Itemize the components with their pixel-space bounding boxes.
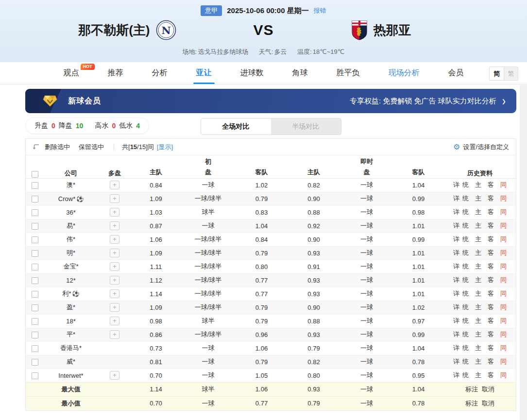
history-home-link[interactable]: 主 xyxy=(475,181,481,188)
fulltime-compare-tab[interactable]: 全场对比 xyxy=(201,118,271,134)
report-error-link[interactable]: 报错 xyxy=(314,6,326,15)
history-detail-link[interactable]: 详 xyxy=(453,303,459,311)
history-stats-link[interactable]: 统 xyxy=(462,276,469,284)
tab-analysis[interactable]: 分析 xyxy=(152,62,168,84)
row-checkbox[interactable] xyxy=(32,277,38,284)
history-away-link[interactable]: 客 xyxy=(488,344,494,352)
halftime-compare-tab[interactable]: 半场对比 xyxy=(271,118,341,134)
delete-selected-button[interactable]: 删除选中 xyxy=(45,143,70,151)
history-stats-link[interactable]: 统 xyxy=(462,371,469,379)
history-home-link[interactable]: 主 xyxy=(475,358,481,365)
row-checkbox[interactable] xyxy=(32,236,38,243)
settings-button[interactable]: ⚙ 设置/选择自定义 xyxy=(453,143,509,151)
tab-asian-handicap[interactable]: 亚让 xyxy=(196,62,212,84)
history-home-link[interactable]: 主 xyxy=(475,235,481,243)
expand-multi-odds-button[interactable]: + xyxy=(110,317,119,325)
lang-traditional-button[interactable]: 繁 xyxy=(504,67,518,80)
cancel-link[interactable]: 取消 xyxy=(482,400,494,407)
history-same-link[interactable]: 同 xyxy=(500,331,507,338)
expand-multi-odds-button[interactable]: + xyxy=(110,194,119,203)
history-home-link[interactable]: 主 xyxy=(475,331,481,338)
row-checkbox[interactable] xyxy=(32,264,38,270)
history-same-link[interactable]: 同 xyxy=(500,263,507,270)
history-away-link[interactable]: 客 xyxy=(488,249,494,256)
row-checkbox[interactable] xyxy=(32,359,38,366)
history-away-link[interactable]: 客 xyxy=(488,371,494,379)
history-stats-link[interactable]: 统 xyxy=(462,303,469,311)
history-away-link[interactable]: 客 xyxy=(488,317,494,324)
row-checkbox[interactable] xyxy=(32,304,38,311)
row-checkbox[interactable] xyxy=(32,372,38,379)
history-same-link[interactable]: 同 xyxy=(500,249,507,256)
history-away-link[interactable]: 客 xyxy=(488,208,494,216)
history-home-link[interactable]: 主 xyxy=(475,263,481,270)
history-stats-link[interactable]: 统 xyxy=(462,317,469,324)
expand-multi-odds-button[interactable]: + xyxy=(110,276,119,285)
history-away-link[interactable]: 客 xyxy=(488,222,494,229)
history-home-link[interactable]: 主 xyxy=(475,276,481,284)
row-checkbox[interactable] xyxy=(32,209,38,216)
history-detail-link[interactable]: 详 xyxy=(453,358,459,365)
history-detail-link[interactable]: 详 xyxy=(453,276,459,284)
history-stats-link[interactable]: 统 xyxy=(462,235,469,243)
history-detail-link[interactable]: 详 xyxy=(453,371,459,379)
history-detail-link[interactable]: 详 xyxy=(453,344,459,352)
vip-banner[interactable]: 新球会员 专享权益: 免费解锁 免广告 球队实力对比分析 › xyxy=(25,89,516,113)
mark-link[interactable]: 标注 xyxy=(465,386,478,393)
history-same-link[interactable]: 同 xyxy=(500,181,507,188)
history-same-link[interactable]: 同 xyxy=(500,195,507,202)
tab-corners[interactable]: 角球 xyxy=(292,62,308,84)
history-home-link[interactable]: 主 xyxy=(475,317,481,324)
history-away-link[interactable]: 客 xyxy=(488,303,494,311)
history-stats-link[interactable]: 统 xyxy=(462,358,469,365)
history-away-link[interactable]: 客 xyxy=(488,358,494,365)
expand-multi-odds-button[interactable]: + xyxy=(110,208,119,217)
row-checkbox[interactable] xyxy=(32,182,38,189)
history-stats-link[interactable]: 统 xyxy=(462,195,469,202)
row-checkbox[interactable] xyxy=(32,291,38,298)
expand-multi-odds-button[interactable]: + xyxy=(110,330,119,339)
expand-multi-odds-button[interactable]: + xyxy=(110,289,119,298)
history-same-link[interactable]: 同 xyxy=(500,222,507,229)
history-stats-link[interactable]: 统 xyxy=(462,290,469,297)
tab-member[interactable]: 会员 xyxy=(448,62,464,84)
expand-multi-odds-button[interactable]: + xyxy=(110,249,119,257)
history-away-link[interactable]: 客 xyxy=(488,276,494,284)
expand-multi-odds-button[interactable]: + xyxy=(110,303,119,312)
history-detail-link[interactable]: 详 xyxy=(453,290,459,297)
history-same-link[interactable]: 同 xyxy=(500,208,507,216)
history-same-link[interactable]: 同 xyxy=(500,303,507,311)
history-home-link[interactable]: 主 xyxy=(475,222,481,229)
history-away-link[interactable]: 客 xyxy=(488,235,494,243)
history-away-link[interactable]: 客 xyxy=(488,290,494,297)
history-detail-link[interactable]: 详 xyxy=(453,222,459,229)
expand-multi-odds-button[interactable]: + xyxy=(110,262,119,271)
expand-multi-odds-button[interactable]: + xyxy=(110,235,119,244)
history-stats-link[interactable]: 统 xyxy=(462,181,469,188)
history-detail-link[interactable]: 详 xyxy=(453,195,459,202)
history-same-link[interactable]: 同 xyxy=(500,317,507,324)
row-checkbox[interactable] xyxy=(32,250,38,257)
history-same-link[interactable]: 同 xyxy=(500,358,507,365)
history-home-link[interactable]: 主 xyxy=(475,303,481,311)
row-checkbox[interactable] xyxy=(32,223,38,230)
mark-link[interactable]: 标注 xyxy=(465,400,478,407)
tab-live-analysis[interactable]: 现场分析 xyxy=(389,62,420,84)
history-home-link[interactable]: 主 xyxy=(475,249,481,256)
history-stats-link[interactable]: 统 xyxy=(462,222,469,229)
expand-multi-odds-button[interactable]: + xyxy=(110,181,119,189)
history-away-link[interactable]: 客 xyxy=(488,181,494,188)
history-detail-link[interactable]: 详 xyxy=(453,235,459,243)
history-detail-link[interactable]: 详 xyxy=(453,263,459,270)
history-stats-link[interactable]: 统 xyxy=(462,208,469,216)
history-detail-link[interactable]: 详 xyxy=(453,317,459,324)
expand-multi-odds-button[interactable]: + xyxy=(110,221,119,230)
show-link[interactable]: [显示] xyxy=(157,143,173,151)
history-home-link[interactable]: 主 xyxy=(475,195,481,202)
history-detail-link[interactable]: 详 xyxy=(453,208,459,216)
row-checkbox[interactable] xyxy=(32,318,38,325)
history-same-link[interactable]: 同 xyxy=(500,290,507,297)
select-all-checkbox[interactable] xyxy=(32,171,38,178)
history-home-link[interactable]: 主 xyxy=(475,344,481,352)
history-home-link[interactable]: 主 xyxy=(475,290,481,297)
